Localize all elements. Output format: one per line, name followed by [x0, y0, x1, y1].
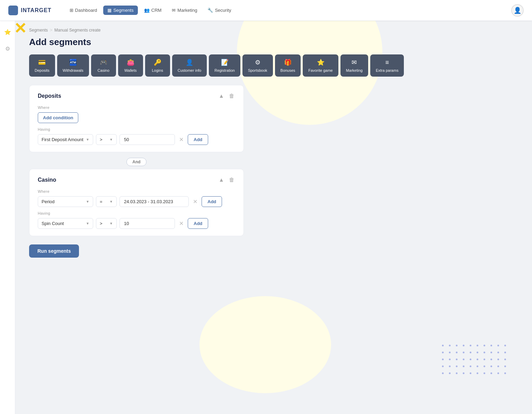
- deposits-card: Deposits ▲ 🗑 Where Add condition Having …: [29, 85, 244, 152]
- nav-label-security: Security: [215, 8, 231, 13]
- nav-item-dashboard[interactable]: ⊞ Dashboard: [65, 6, 101, 15]
- deposits-having-field-value: First Deposit Amount: [42, 137, 83, 142]
- nav-label-marketing: Marketing: [177, 8, 197, 13]
- logins-icon: 🔑: [154, 59, 161, 66]
- deposits-having-label: Having: [38, 127, 235, 131]
- cat-label-favorite-game: Favorite game: [308, 68, 332, 72]
- casino-having-clear-btn[interactable]: ✕: [178, 219, 185, 227]
- cat-btn-withdrawals[interactable]: 🏧 Withdrawals: [57, 54, 89, 77]
- casino-where-value-input[interactable]: [119, 196, 189, 207]
- sidebar: ⭐ ⚙: [0, 21, 15, 414]
- cat-label-registration: Registration: [214, 68, 235, 72]
- casino-icon: 🎮: [100, 59, 107, 66]
- dots-decoration: [442, 345, 511, 379]
- breadcrumb-current: Manual Segments create: [54, 28, 100, 33]
- casino-having-row: Spin Count ▼ > ▼ ✕ Add: [38, 218, 235, 229]
- page-title: Add segments: [29, 37, 518, 48]
- nav-item-crm[interactable]: 👥 CRM: [140, 6, 166, 15]
- nav-item-segments[interactable]: ▦ Segments: [103, 6, 138, 15]
- deposits-having-operator-select[interactable]: > ▼: [96, 134, 117, 145]
- marketing-nav-icon: ✉: [172, 8, 176, 13]
- cat-label-bonuses: Bonuses: [281, 68, 295, 72]
- deposits-icon: 💳: [38, 59, 46, 66]
- extra-params-icon: ≡: [385, 59, 389, 66]
- casino-delete-btn[interactable]: 🗑: [228, 176, 235, 184]
- nav-links: ⊞ Dashboard ▦ Segments 👥 CRM ✉ Marketing…: [65, 6, 511, 15]
- cat-label-logins: Logins: [152, 68, 163, 72]
- run-segments-button[interactable]: Run segments: [29, 244, 79, 258]
- cat-btn-favorite-game[interactable]: ⭐ Favorite game: [303, 54, 338, 77]
- cat-btn-sportsbook[interactable]: ⚙ Sportsbook: [242, 54, 273, 77]
- and-connector: And: [29, 158, 244, 166]
- sidebar-favorites[interactable]: ⭐: [2, 26, 13, 37]
- deposits-having-field-chevron: ▼: [86, 138, 89, 141]
- logo-icon: [8, 6, 18, 15]
- casino-having-value-input[interactable]: [119, 218, 175, 229]
- security-icon: 🔧: [207, 8, 213, 13]
- casino-having-field-chevron: ▼: [86, 222, 89, 225]
- cat-btn-casino[interactable]: 🎮 Casino: [91, 54, 116, 77]
- casino-where-field-select[interactable]: Period ▼: [38, 196, 93, 207]
- breadcrumb-parent[interactable]: Segments: [29, 28, 48, 33]
- withdrawals-icon: 🏧: [69, 59, 77, 66]
- cat-btn-bonuses[interactable]: 🎁 Bonuses: [275, 54, 301, 77]
- breadcrumb-separator: >: [50, 28, 52, 33]
- nav-item-marketing[interactable]: ✉ Marketing: [168, 6, 201, 15]
- deposits-collapse-btn[interactable]: ▲: [218, 92, 225, 100]
- logo-text: INTARGET: [21, 7, 52, 14]
- cat-label-wallets: Wallets: [124, 68, 137, 72]
- cat-label-extra-params: Extra params: [376, 68, 398, 72]
- logo: INTARGET: [8, 6, 52, 15]
- deposits-having-operator-value: >: [100, 137, 103, 142]
- add-condition-button[interactable]: Add condition: [38, 112, 78, 123]
- registration-icon: 📝: [221, 59, 229, 66]
- casino-where-operator-chevron: ▼: [109, 200, 113, 204]
- cat-btn-wallets[interactable]: 👛 Wallets: [118, 54, 143, 77]
- deposits-card-title: Deposits: [38, 93, 61, 99]
- casino-having-field-select[interactable]: Spin Count ▼: [38, 218, 93, 229]
- cat-btn-marketing-cat[interactable]: ✉ Marketing: [340, 54, 368, 77]
- crm-icon: 👥: [144, 8, 150, 13]
- category-buttons: 💳 Deposits 🏧 Withdrawals 🎮 Casino 👛 Wall…: [29, 54, 518, 77]
- marketing-cat-icon: ✉: [352, 59, 357, 66]
- deposits-having-clear-btn[interactable]: ✕: [178, 136, 185, 144]
- cat-label-withdrawals: Withdrawals: [63, 68, 83, 72]
- sidebar-settings[interactable]: ⚙: [2, 43, 13, 54]
- main-content: Segments > Manual Segments create Add se…: [15, 21, 532, 278]
- cat-btn-logins[interactable]: 🔑 Logins: [145, 54, 170, 77]
- casino-having-add-btn[interactable]: Add: [188, 218, 208, 229]
- deposits-delete-btn[interactable]: 🗑: [228, 92, 235, 100]
- cat-btn-deposits[interactable]: 💳 Deposits: [29, 54, 55, 77]
- casino-having-operator-select[interactable]: > ▼: [96, 218, 117, 229]
- sportsbook-icon: ⚙: [255, 59, 260, 66]
- casino-card-header: Casino ▲ 🗑: [38, 176, 235, 184]
- deposits-having-add-btn[interactable]: Add: [188, 134, 208, 145]
- casino-where-row: Period ▼ = ▼ ✕ Add: [38, 196, 235, 207]
- nav-label-dashboard: Dashboard: [75, 8, 97, 13]
- favorite-game-icon: ⭐: [317, 59, 325, 66]
- nav-item-security[interactable]: 🔧 Security: [203, 6, 235, 15]
- dashboard-icon: ⊞: [70, 8, 73, 13]
- cat-btn-customer-info[interactable]: 👤 Customer info: [172, 54, 207, 77]
- breadcrumb: Segments > Manual Segments create: [29, 28, 518, 33]
- cat-label-sportsbook: Sportsbook: [248, 68, 267, 72]
- casino-where-operator-select[interactable]: = ▼: [96, 196, 117, 207]
- nav-label-segments: Segments: [113, 8, 134, 13]
- deposits-having-operator-chevron: ▼: [109, 138, 113, 141]
- cat-btn-extra-params[interactable]: ≡ Extra params: [370, 54, 404, 77]
- customer-info-icon: 👤: [186, 59, 193, 66]
- casino-where-clear-btn[interactable]: ✕: [192, 198, 199, 206]
- casino-where-add-btn[interactable]: Add: [202, 196, 222, 207]
- and-badge-button[interactable]: And: [126, 158, 146, 166]
- casino-where-field-chevron: ▼: [86, 200, 89, 204]
- cat-btn-registration[interactable]: 📝 Registration: [209, 54, 240, 77]
- casino-where-field-value: Period: [42, 199, 55, 204]
- user-avatar-icon: 👤: [514, 7, 521, 14]
- deposits-where-label: Where: [38, 105, 235, 110]
- deposits-having-value-input[interactable]: [119, 134, 175, 145]
- casino-collapse-btn[interactable]: ▲: [218, 176, 225, 184]
- wallets-icon: 👛: [127, 59, 134, 66]
- user-avatar[interactable]: 👤: [511, 4, 524, 17]
- deposits-having-field-select[interactable]: First Deposit Amount ▼: [38, 134, 93, 145]
- casino-card: Casino ▲ 🗑 Where Period ▼ = ▼ ✕ Add Havi…: [29, 169, 244, 236]
